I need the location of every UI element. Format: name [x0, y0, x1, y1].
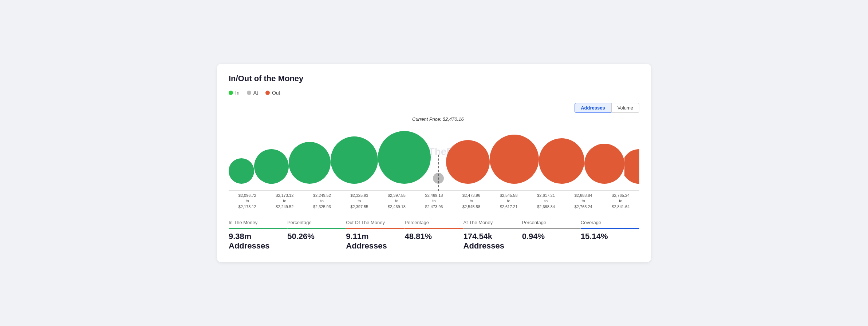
bubble-col-9 [584, 144, 624, 184]
x-label-6: $2,473.96 to $2,545.58 [453, 193, 490, 210]
legend-label-in: In [235, 90, 240, 96]
bubble-col-0 [229, 158, 254, 184]
x-label-1: $2,173.12 to $2,249.52 [266, 193, 304, 210]
divider-line [438, 155, 439, 191]
legend: In At Out [229, 90, 639, 96]
legend-label-at: At [253, 90, 258, 96]
stat-underline-pct-out [405, 228, 463, 229]
x-axis: $2,096.72 to $2,173.12 $2,173.12 to $2,2… [229, 190, 639, 210]
legend-label-out: Out [272, 90, 280, 96]
stat-at-the-money: At The Money 174.54k Addresses [463, 220, 522, 251]
stat-pct-in: Percentage 50.26% [287, 220, 346, 251]
bubble-7 [490, 135, 539, 184]
bubble-10 [624, 149, 640, 184]
legend-out: Out [265, 90, 280, 96]
bubble-3 [331, 136, 378, 184]
bubble-8 [539, 138, 584, 184]
stat-in-the-money: In The Money 9.38m Addresses [229, 220, 287, 251]
x-label-9: $2,688.84 to $2,765.24 [565, 193, 602, 210]
stat-pct-out: Percentage 48.81% [405, 220, 463, 251]
bubble-col-3 [331, 136, 378, 184]
bubble-2 [289, 142, 331, 184]
stat-label-in: In The Money [229, 220, 287, 225]
bubble-col-7 [490, 135, 539, 184]
bubbles-row: IntoTheBlock [229, 116, 639, 187]
stat-underline-out [346, 228, 405, 229]
bubble-col-10 [624, 149, 640, 184]
bubble-col-2 [289, 142, 331, 184]
x-label-8: $2,617.21 to $2,688.84 [527, 193, 565, 210]
stat-label-pct-at: Percentage [522, 220, 581, 225]
bubble-col-6 [446, 140, 490, 184]
bubble-6 [446, 140, 490, 184]
legend-dot-in [229, 91, 233, 95]
stat-underline-pct-in [287, 228, 346, 229]
bubble-1 [254, 149, 289, 184]
toggle-volume-button[interactable]: Volume [611, 103, 639, 113]
chart-area: Current Price: $2,470.16 IntoTheBlock [229, 116, 639, 210]
stat-value-pct-out: 48.81% [405, 232, 463, 241]
x-label-7: $2,545.58 to $2,617.21 [490, 193, 528, 210]
bubble-col-4 [378, 131, 431, 184]
x-label-3: $2,325.93 to $2,397.55 [341, 193, 378, 210]
stat-underline-coverage [581, 228, 639, 229]
stat-label-pct-out: Percentage [405, 220, 463, 225]
stat-label-at: At The Money [463, 220, 522, 225]
stat-out-the-money: Out Of The Money 9.11m Addresses [346, 220, 405, 251]
toggle-group: Addresses Volume [229, 103, 639, 113]
bubble-col-8 [539, 138, 584, 184]
legend-in: In [229, 90, 240, 96]
bubble-col-5 [431, 173, 446, 184]
stat-underline-in [229, 228, 287, 229]
stat-coverage: Coverage 15.14% [581, 220, 639, 251]
stat-pct-at: Percentage 0.94% [522, 220, 581, 251]
stat-value-coverage: 15.14% [581, 232, 639, 241]
legend-dot-at [247, 91, 251, 95]
stat-label-pct-in: Percentage [287, 220, 346, 225]
page-title: In/Out of the Money [229, 74, 639, 83]
legend-at: At [247, 90, 258, 96]
stat-label-out: Out Of The Money [346, 220, 405, 225]
x-label-2: $2,249.52 to $2,325.93 [303, 193, 341, 210]
stat-value-in: 9.38m Addresses [229, 232, 287, 251]
stat-underline-at [463, 228, 522, 229]
legend-dot-out [265, 91, 270, 95]
stats-row: In The Money 9.38m Addresses Percentage … [229, 220, 639, 251]
main-card: In/Out of the Money In At Out Addresses … [217, 64, 651, 262]
x-label-10: $2,765.24 to $2,841.64 [602, 193, 639, 210]
x-label-4: $2,397.55 to $2,469.18 [378, 193, 415, 210]
bubble-0 [229, 158, 254, 184]
bubble-col-1 [254, 149, 289, 184]
stat-value-out: 9.11m Addresses [346, 232, 405, 251]
stat-value-at: 174.54k Addresses [463, 232, 522, 251]
toggle-addresses-button[interactable]: Addresses [575, 103, 611, 113]
stat-label-coverage: Coverage [581, 220, 639, 225]
x-label-0: $2,096.72 to $2,173.12 [229, 193, 266, 210]
bubble-4 [378, 131, 431, 184]
stat-underline-pct-at [522, 228, 581, 229]
x-label-5: $2,469.18 to $2,473.96 [415, 193, 453, 210]
stat-value-pct-at: 0.94% [522, 232, 581, 241]
stat-value-pct-in: 50.26% [287, 232, 346, 241]
bubble-9 [584, 144, 624, 184]
